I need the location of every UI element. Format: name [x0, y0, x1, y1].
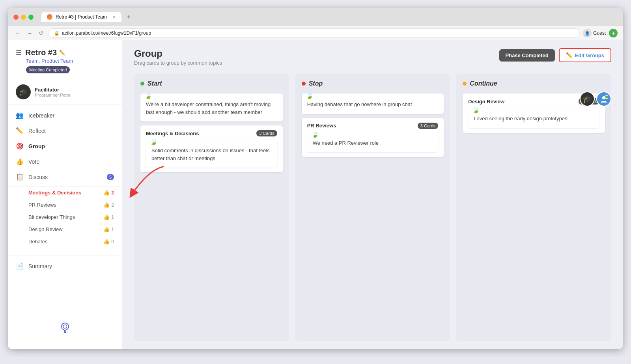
discuss-item-design-review[interactable]: Design Review 👍 1	[8, 223, 122, 235]
guest-button[interactable]: 👤 Guest	[583, 29, 606, 37]
column-start-header: Start	[140, 80, 283, 87]
stop-title: Stop	[309, 80, 323, 87]
minimize-window-btn[interactable]	[21, 15, 26, 20]
column-stop: Stop 🍃 Having debates that go nowhere in…	[295, 74, 450, 341]
parabol-logo	[58, 321, 72, 335]
browser-titlebar: Retro #3 | Product Team ✕ +	[8, 8, 623, 26]
vote-label: Vote	[28, 159, 39, 165]
start-dot	[140, 82, 144, 86]
summary-icon: 📄	[16, 262, 24, 270]
url-text: action.parabol.co/meet/6fugw1DvF1/group	[62, 30, 151, 36]
new-tab-button[interactable]: +	[127, 13, 131, 21]
hamburger-icon[interactable]: ☰	[16, 49, 21, 56]
edit-groups-icon: ✏️	[566, 52, 573, 58]
sidebar-item-reflect[interactable]: ✏️ Reflect	[8, 123, 122, 138]
thumbs-icon-meetings: 👍	[103, 190, 110, 196]
extension-icon[interactable]: +	[609, 29, 618, 37]
start-group-header: Meetings & Decisions 3 Cards	[146, 130, 277, 136]
facilitator-info: Facilitator Programmer Petra	[35, 87, 70, 97]
pr-group-title: PR Reviews	[307, 123, 336, 129]
facilitator-sub: Programmer Petra	[35, 93, 70, 97]
group-label: Group	[28, 143, 45, 149]
facilitator-name: Facilitator	[35, 87, 70, 93]
stop-group-pr: PR Reviews 3 Cards 🍃 We need a PR Review…	[302, 118, 444, 157]
tab-favicon	[47, 14, 52, 20]
page-title: Group	[134, 48, 222, 59]
start-card-1-text: We're a bit developer constrained, thing…	[146, 101, 271, 115]
guest-avatar-icon: 👤	[583, 29, 592, 37]
pr-votes: 2	[111, 202, 114, 208]
tab-close-btn[interactable]: ✕	[112, 15, 116, 20]
close-window-btn[interactable]	[13, 15, 19, 20]
discuss-item-bit-dev[interactable]: Bit developer Things 👍 1	[8, 211, 122, 223]
columns-area: Start 🍃 We're a bit developer constraine…	[122, 70, 623, 349]
icebreaker-label: Icebreaker	[28, 112, 54, 119]
reflect-icon: ✏️	[16, 127, 24, 134]
refresh-button[interactable]: ↺	[37, 29, 45, 37]
forward-button[interactable]: →	[25, 29, 34, 37]
start-group-meetings: Meetings & Decisions 3 Cards 🍃 Solid com…	[140, 125, 283, 172]
continue-dot	[463, 82, 467, 86]
page-subtitle: Drag cards to group by common topics	[134, 60, 222, 66]
stop-card-1: 🍃 Having debates that go nowhere in grou…	[302, 93, 444, 114]
user-avatar-2[interactable]: +	[596, 91, 611, 106]
column-continue-header: Continue	[463, 80, 605, 87]
sidebar-item-group[interactable]: 🎯 Group	[8, 138, 122, 154]
meeting-badge: Meeting Completed	[26, 66, 70, 73]
design-card-text: Loved seeing the early design prototypes…	[474, 116, 569, 121]
stop-card-1-leaf: 🍃	[306, 92, 314, 99]
meetings-group-title: Meetings & Decisions	[146, 131, 199, 136]
main-header: Group Drag cards to group by common topi…	[122, 40, 623, 70]
thumbs-icon-design: 👍	[103, 226, 110, 232]
svg-text:+: +	[605, 97, 607, 99]
lock-icon: 🔒	[54, 31, 60, 36]
app-container: ☰ Retro #3 ✏️ Team: Product Team Meeting…	[8, 40, 623, 349]
sidebar-item-icebreaker[interactable]: 👥 Icebreaker	[8, 108, 122, 123]
pr-card-leaf: 🍃	[311, 131, 319, 138]
meetings-label: Meetings & Decisions	[28, 190, 81, 196]
column-start: Start 🍃 We're a bit developer constraine…	[134, 74, 289, 341]
meetings-group-card: 🍃 Solid comments in discussions on issue…	[146, 140, 277, 168]
start-card-1: 🍃 We're a bit developer constrained, thi…	[140, 93, 283, 121]
pr-group-badge: 3 Cards	[418, 123, 439, 129]
browser-actions: 👤 Guest +	[583, 29, 618, 37]
pr-group-card: 🍃 We need a PR Reviewer role	[307, 132, 439, 153]
edit-groups-button[interactable]: ✏️ Edit Groups	[559, 48, 611, 62]
stop-group-header: PR Reviews 3 Cards	[307, 123, 439, 129]
phase-completed-button[interactable]: Phase Completed	[499, 49, 555, 62]
design-card-leaf: 🍃	[472, 106, 480, 114]
discuss-item-meetings[interactable]: Meetings & Decisions 👍 2	[8, 187, 122, 199]
edit-title-icon[interactable]: ✏️	[59, 50, 65, 56]
continue-title: Continue	[470, 80, 497, 87]
traffic-lights	[13, 15, 34, 20]
discuss-icon: 📋	[16, 173, 24, 181]
back-button[interactable]: ←	[13, 29, 22, 37]
discuss-item-debates[interactable]: Debates 👍 0	[8, 235, 122, 248]
browser-tab[interactable]: Retro #3 | Product Team ✕	[41, 12, 121, 22]
meetings-group-badge: 3 Cards	[256, 130, 277, 136]
sidebar-item-vote[interactable]: 👍 Vote	[8, 154, 122, 169]
maximize-window-btn[interactable]	[28, 15, 34, 20]
team-label: Team: Product Team	[16, 58, 114, 64]
discuss-section: Meetings & Decisions 👍 2 PR Reviews 👍 2	[8, 186, 122, 248]
stop-dot	[302, 82, 306, 86]
start-title: Start	[147, 80, 162, 87]
pr-reviews-label: PR Reviews	[28, 202, 56, 208]
column-stop-header: Stop	[302, 80, 444, 87]
icebreaker-icon: 👥	[16, 112, 24, 119]
sidebar: ☰ Retro #3 ✏️ Team: Product Team Meeting…	[8, 40, 122, 349]
bit-votes: 1	[111, 215, 114, 220]
discuss-label: Discuss	[28, 174, 48, 180]
sidebar-footer	[8, 314, 122, 341]
sidebar-item-discuss[interactable]: 📋 Discuss 5	[8, 169, 122, 185]
debates-label: Debates	[28, 239, 47, 245]
discuss-item-pr-reviews[interactable]: PR Reviews 👍 2	[8, 199, 122, 211]
design-review-label: Design Review	[28, 226, 63, 232]
browser-toolbar: ← → ↺ 🔒 action.parabol.co/meet/6fugw1DvF…	[8, 26, 623, 40]
header-actions: Phase Completed ✏️ Edit Groups	[499, 48, 611, 62]
pr-card-text: We need a PR Reviewer role	[313, 140, 379, 146]
user-avatar-1[interactable]: 🎓	[580, 91, 595, 106]
sidebar-item-summary[interactable]: 📄 Summary	[8, 256, 122, 274]
start-card-1-leaf: 🍃	[144, 92, 152, 99]
address-bar[interactable]: 🔒 action.parabol.co/meet/6fugw1DvF1/grou…	[48, 28, 580, 38]
